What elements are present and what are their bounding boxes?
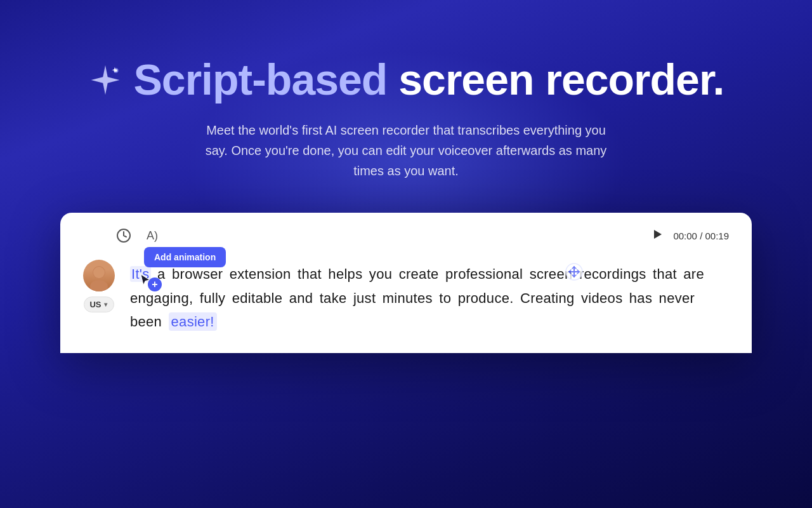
language-selector[interactable]: US ▾ <box>84 297 114 312</box>
svg-text:🤝: 🤝 <box>85 229 100 244</box>
svg-text:A): A) <box>147 229 158 242</box>
transcript-text: It's a browser extension that helps you … <box>130 257 729 333</box>
avatar-column: US ▾ <box>83 257 115 333</box>
hero-subheadline: Meet the world's first AI screen recorde… <box>203 120 609 181</box>
svg-point-7 <box>90 280 108 291</box>
hero-background: Script-based screen recorder. Meet the w… <box>0 0 812 508</box>
chevron-down-icon: ▾ <box>104 301 107 308</box>
page-headline: Script-based screen recorder. <box>133 57 724 102</box>
hero-section: Script-based screen recorder. Meet the w… <box>0 0 812 353</box>
headline-row: Script-based screen recorder. <box>88 57 724 102</box>
sparkle-icon <box>88 62 123 98</box>
add-animation-button[interactable]: Add animation <box>144 247 226 267</box>
toolbar-right: 00:00 / 00:19 <box>650 227 729 244</box>
app-window: 🤝 A) <box>60 213 752 352</box>
toolbar: 🤝 A) <box>83 227 729 244</box>
toolbar-left: 🤝 A) <box>83 227 164 244</box>
cursor-with-plus: + <box>138 272 162 291</box>
play-button[interactable] <box>650 227 667 244</box>
wave-icon[interactable]: 🤝 <box>83 227 101 244</box>
avatar <box>83 260 115 291</box>
move-icon <box>565 263 583 281</box>
timecode: 00:00 / 00:19 <box>673 231 729 241</box>
content-area: US ▾ Add animation + <box>83 257 729 352</box>
plus-badge: + <box>148 277 162 291</box>
svg-point-8 <box>93 267 105 278</box>
svg-marker-5 <box>654 230 662 239</box>
animation-area: Add animation + It's a browser extension… <box>130 257 729 333</box>
text-to-speech-icon[interactable]: A) <box>147 227 164 244</box>
clock-icon[interactable] <box>115 227 133 244</box>
word-easier: easier! <box>169 312 217 331</box>
